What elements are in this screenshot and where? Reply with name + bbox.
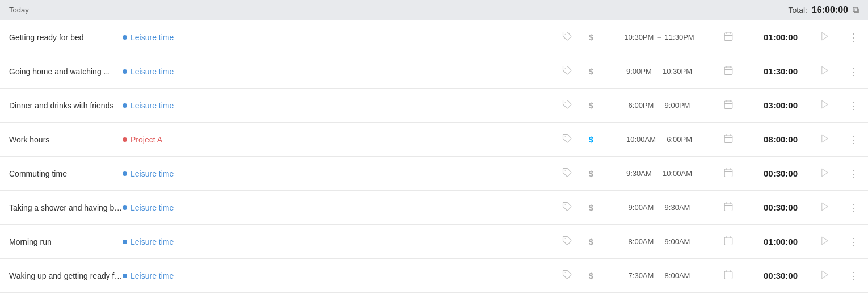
project-label[interactable]: Leisure time xyxy=(130,203,174,212)
more-button[interactable]: ⋮ xyxy=(848,167,859,180)
icon-section: $ 7:30AM – 8:00AM 00:30:00 ⋮ xyxy=(561,270,859,282)
copy-icon[interactable]: ⧉ xyxy=(853,5,859,15)
play-button[interactable] xyxy=(818,167,832,180)
tag-icon[interactable] xyxy=(561,202,574,214)
icon-section: $ 10:30PM – 11:30PM 01:00:00 ⋮ xyxy=(561,31,859,44)
calendar-icon[interactable] xyxy=(722,202,735,214)
more-button[interactable]: ⋮ xyxy=(848,65,859,78)
play-button[interactable] xyxy=(818,133,832,146)
duration: 00:30:00 xyxy=(747,271,798,280)
time-range: 9:00AM – 9:30AM xyxy=(608,203,710,212)
time-range: 6:00PM – 9:00PM xyxy=(608,101,710,110)
play-button[interactable] xyxy=(818,99,832,112)
start-time: 7:30AM xyxy=(629,271,654,280)
duration: 00:30:00 xyxy=(747,169,798,178)
billable-icon[interactable]: $ xyxy=(585,32,597,42)
time-separator: – xyxy=(657,237,661,246)
time-separator: – xyxy=(657,271,661,280)
project-label[interactable]: Leisure time xyxy=(130,101,174,110)
billable-icon[interactable]: $ xyxy=(585,271,597,280)
duration: 01:00:00 xyxy=(747,32,798,42)
billable-icon[interactable]: $ xyxy=(585,237,597,246)
billable-icon[interactable]: $ xyxy=(585,169,597,178)
entry-project: Leisure time xyxy=(123,237,561,246)
more-button[interactable]: ⋮ xyxy=(848,202,859,214)
end-time: 8:00AM xyxy=(665,271,690,280)
time-separator: – xyxy=(655,169,659,178)
table-row: Waking up and getting ready for a run Le… xyxy=(0,259,868,293)
billable-icon[interactable]: $ xyxy=(585,135,597,144)
play-button[interactable] xyxy=(818,236,832,248)
tag-icon[interactable] xyxy=(561,99,574,112)
time-range: 9:00PM – 10:30PM xyxy=(608,67,710,76)
start-time: 9:00AM xyxy=(629,203,654,212)
play-button[interactable] xyxy=(818,202,832,214)
more-button[interactable]: ⋮ xyxy=(848,31,859,44)
play-button[interactable] xyxy=(818,31,832,44)
time-range: 9:30AM – 10:00AM xyxy=(608,169,710,178)
project-dot xyxy=(123,137,127,142)
more-button[interactable]: ⋮ xyxy=(848,99,859,112)
calendar-icon[interactable] xyxy=(722,270,735,282)
end-time: 10:30PM xyxy=(663,67,692,76)
total-section: Total: 16:00:00 ⧉ xyxy=(788,5,859,15)
project-dot xyxy=(123,274,127,278)
svg-rect-19 xyxy=(724,135,732,143)
tag-icon[interactable] xyxy=(561,167,574,180)
tag-icon[interactable] xyxy=(561,65,574,78)
time-separator: – xyxy=(657,33,661,41)
time-range: 7:30AM – 8:00AM xyxy=(608,271,710,280)
svg-rect-13 xyxy=(724,101,732,109)
calendar-icon[interactable] xyxy=(722,133,735,146)
duration: 01:00:00 xyxy=(747,237,798,246)
calendar-icon[interactable] xyxy=(722,65,735,78)
project-dot xyxy=(123,240,127,244)
project-label[interactable]: Leisure time xyxy=(130,33,174,42)
project-label[interactable]: Leisure time xyxy=(130,169,174,178)
project-label[interactable]: Project A xyxy=(130,135,162,144)
total-label: Total: xyxy=(788,6,807,15)
table-row: Going home and watching ... Leisure time… xyxy=(0,54,868,89)
play-button[interactable] xyxy=(818,270,832,282)
end-time: 6:00PM xyxy=(667,135,692,144)
project-label[interactable]: Leisure time xyxy=(130,237,174,246)
tag-icon[interactable] xyxy=(561,31,574,44)
project-dot xyxy=(123,171,127,176)
entries-container: Getting ready for bed Leisure time $ 10:… xyxy=(0,20,868,293)
calendar-icon[interactable] xyxy=(722,167,735,180)
icon-section: $ 9:00AM – 9:30AM 00:30:00 ⋮ xyxy=(561,202,859,214)
icon-section: $ 9:30AM – 10:00AM 00:30:00 ⋮ xyxy=(561,167,859,180)
svg-marker-47 xyxy=(822,271,828,279)
calendar-icon[interactable] xyxy=(722,31,735,44)
entry-name: Getting ready for bed xyxy=(9,33,123,42)
project-label[interactable]: Leisure time xyxy=(130,271,174,280)
tag-icon[interactable] xyxy=(561,270,574,282)
entry-project: Leisure time xyxy=(123,67,561,76)
duration: 03:00:00 xyxy=(747,100,798,110)
table-row: Getting ready for bed Leisure time $ 10:… xyxy=(0,20,868,54)
project-label[interactable]: Leisure time xyxy=(130,67,174,76)
tag-icon[interactable] xyxy=(561,236,574,248)
start-time: 10:00AM xyxy=(626,135,656,144)
entry-name: Morning run xyxy=(9,237,123,246)
billable-icon[interactable]: $ xyxy=(585,203,597,212)
svg-rect-31 xyxy=(724,203,732,211)
svg-marker-11 xyxy=(822,66,828,74)
more-button[interactable]: ⋮ xyxy=(848,270,859,282)
svg-marker-35 xyxy=(822,203,828,211)
entry-project: Project A xyxy=(123,135,561,144)
tag-icon[interactable] xyxy=(561,133,574,146)
table-row: Morning run Leisure time $ 8:00AM – 9:00… xyxy=(0,225,868,259)
entry-name: Going home and watching ... xyxy=(9,67,123,76)
more-button[interactable]: ⋮ xyxy=(848,236,859,248)
calendar-icon[interactable] xyxy=(722,236,735,248)
time-range: 10:00AM – 6:00PM xyxy=(608,135,710,144)
start-time: 9:00PM xyxy=(626,67,652,76)
entry-project: Leisure time xyxy=(123,271,561,280)
start-time: 6:00PM xyxy=(629,101,654,110)
play-button[interactable] xyxy=(818,65,832,78)
more-button[interactable]: ⋮ xyxy=(848,133,859,146)
billable-icon[interactable]: $ xyxy=(585,100,597,110)
billable-icon[interactable]: $ xyxy=(585,66,597,76)
calendar-icon[interactable] xyxy=(722,99,735,112)
